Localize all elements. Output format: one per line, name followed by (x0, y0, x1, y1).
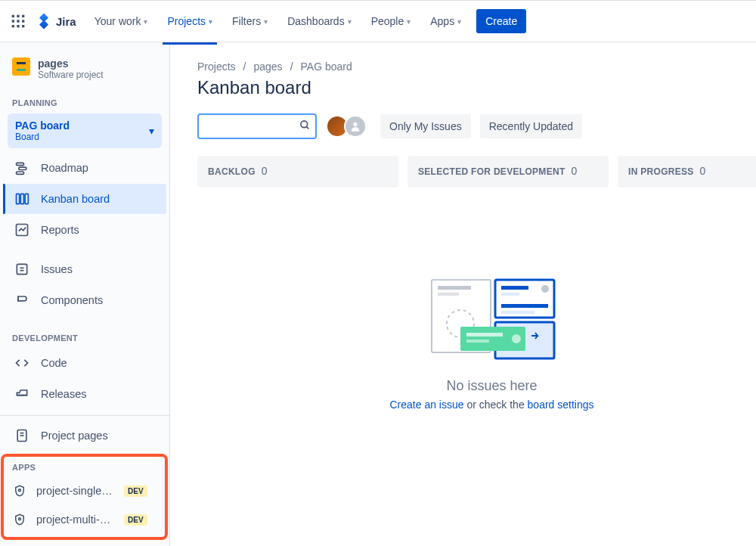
svg-rect-14 (17, 194, 20, 203)
project-icon (12, 57, 30, 76)
chevron-down-icon: ▾ (348, 17, 352, 26)
svg-rect-16 (25, 194, 28, 203)
empty-state-illustration (424, 274, 560, 365)
sidebar-item-reports[interactable]: Reports (3, 215, 166, 245)
chevron-down-icon: ▾ (407, 17, 411, 26)
page-title: Kanban board (197, 77, 756, 98)
sidebar-item-components[interactable]: Components (3, 285, 166, 315)
column-header: IN PROGRESS (628, 166, 694, 177)
board-icon (14, 191, 30, 207)
breadcrumb-item[interactable]: pages (253, 60, 282, 73)
avatar-unassigned[interactable] (344, 115, 367, 138)
column-header: BACKLOG (208, 166, 256, 177)
kanban-columns: BACKLOG 0 SELECTED FOR DEVELOPMENT 0 IN … (197, 156, 756, 188)
board-selector-sub: Board (15, 132, 70, 142)
svg-point-34 (541, 285, 549, 293)
filter-recently-updated[interactable]: Recently Updated (480, 114, 582, 138)
sidebar-item-label: Releases (41, 388, 86, 400)
svg-rect-36 (501, 293, 519, 296)
sidebar-app-item[interactable]: project-single-page-app DEV (6, 476, 163, 505)
svg-rect-9 (17, 62, 26, 64)
project-sidebar: pages Software project PLANNING PAG boar… (0, 42, 170, 546)
svg-rect-42 (466, 340, 489, 343)
column-count: 0 (571, 165, 577, 177)
svg-rect-41 (466, 333, 503, 337)
column-count: 0 (262, 165, 268, 177)
dev-badge: DEV (124, 486, 147, 497)
svg-rect-1 (17, 15, 19, 17)
board-selector[interactable]: PAG board Board ▾ (8, 113, 162, 148)
nav-people[interactable]: People▾ (367, 9, 416, 33)
nav-filters[interactable]: Filters▾ (228, 9, 272, 33)
svg-rect-11 (17, 163, 24, 165)
breadcrumb-item[interactable]: PAG board (301, 60, 352, 73)
app-label: project-multi-page-app (36, 513, 115, 526)
svg-rect-30 (438, 286, 471, 290)
svg-rect-13 (17, 172, 24, 174)
svg-rect-2 (22, 15, 24, 17)
board-selector-name: PAG board (15, 119, 70, 132)
sidebar-item-releases[interactable]: Releases (3, 379, 166, 409)
svg-rect-31 (438, 293, 459, 296)
board-settings-link[interactable]: board settings (528, 399, 594, 411)
nav-projects[interactable]: Projects▾ (163, 9, 217, 33)
reports-icon (14, 222, 30, 238)
empty-state-title: No issues here (228, 378, 756, 394)
column-backlog: BACKLOG 0 (197, 156, 398, 188)
svg-rect-0 (12, 15, 14, 17)
project-type: Software project (38, 70, 104, 80)
sidebar-item-label: Reports (41, 224, 79, 236)
svg-rect-7 (17, 25, 19, 27)
board-toolbar: Only My Issues Recently Updated (197, 113, 756, 139)
breadcrumb: Projects / pages / PAG board (197, 60, 756, 73)
svg-rect-38 (501, 311, 534, 314)
jira-logo[interactable]: Jira (35, 12, 76, 30)
breadcrumb-separator: / (243, 60, 246, 73)
section-label-apps: APPS (0, 457, 169, 476)
chevron-down-icon: ▾ (149, 125, 154, 137)
nav-your-work[interactable]: Your work▾ (90, 9, 153, 33)
sidebar-app-item[interactable]: project-multi-page-app DEV (6, 505, 163, 534)
sidebar-item-kanban-board[interactable]: Kanban board (3, 184, 166, 214)
sidebar-item-project-pages[interactable]: Project pages (3, 420, 166, 451)
app-switcher-icon[interactable] (9, 12, 27, 30)
divider (0, 415, 169, 416)
components-icon (14, 292, 30, 309)
svg-rect-3 (12, 20, 14, 22)
sidebar-item-roadmap[interactable]: Roadmap (3, 153, 166, 183)
breadcrumb-item[interactable]: Projects (197, 60, 236, 73)
column-in-progress: IN PROGRESS 0 (618, 156, 756, 188)
svg-point-43 (512, 334, 521, 343)
app-label: project-single-page-app (36, 485, 115, 497)
empty-state: No issues here Create an issue or check … (197, 274, 756, 411)
svg-rect-12 (19, 167, 26, 169)
search-box (197, 113, 317, 139)
page-icon (14, 427, 30, 444)
sidebar-item-label: Project pages (41, 430, 108, 442)
sidebar-item-issues[interactable]: Issues (3, 254, 166, 284)
column-header: SELECTED FOR DEVELOPMENT (418, 166, 565, 177)
sidebar-item-label: Components (41, 294, 103, 306)
project-header: pages Software project (0, 42, 169, 92)
sidebar-item-label: Code (41, 357, 67, 369)
filter-only-my-issues[interactable]: Only My Issues (380, 114, 471, 138)
svg-point-24 (19, 489, 21, 492)
create-issue-link[interactable]: Create an issue (389, 399, 463, 411)
svg-point-28 (353, 123, 357, 126)
svg-rect-8 (22, 25, 24, 27)
top-nav: Jira Your work▾ Projects▾ Filters▾ Dashb… (0, 0, 756, 42)
dev-badge: DEV (124, 514, 147, 526)
sidebar-item-code[interactable]: Code (3, 348, 166, 378)
svg-line-27 (306, 126, 308, 129)
svg-rect-18 (17, 264, 26, 274)
search-icon (299, 119, 311, 133)
svg-rect-10 (17, 69, 26, 71)
jira-logo-text: Jira (56, 15, 76, 28)
svg-rect-15 (20, 194, 23, 203)
issues-icon (14, 261, 30, 278)
nav-dashboards[interactable]: Dashboards▾ (283, 9, 356, 33)
shield-icon (12, 512, 27, 527)
section-label-planning: PLANNING (0, 92, 169, 112)
create-button[interactable]: Create (476, 9, 526, 33)
nav-apps[interactable]: Apps▾ (426, 9, 466, 33)
